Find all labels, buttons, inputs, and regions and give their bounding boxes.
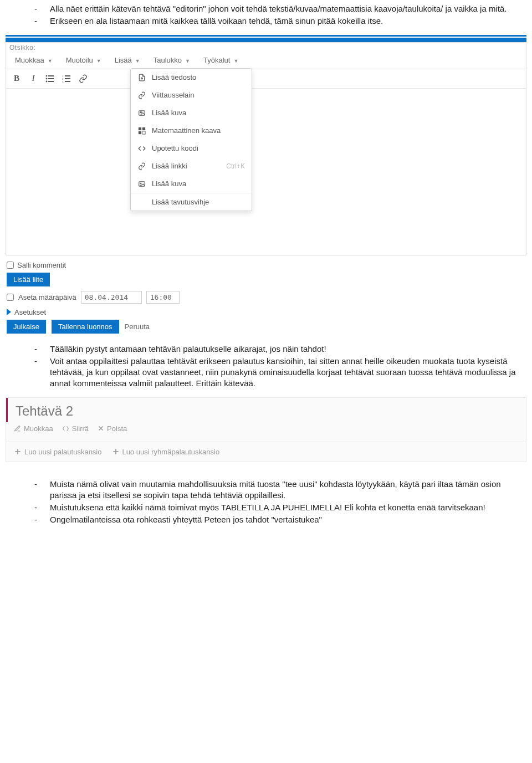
file-upload-icon [137,73,146,82]
chevron-down-icon: ▼ [135,58,140,64]
link-icon [137,162,146,171]
deadline-time-input[interactable] [146,291,180,304]
menu-edit[interactable]: Muokkaa▼ [9,54,60,66]
settings-label: Asetukset [14,308,46,316]
svg-point-0 [46,75,48,76]
link-icon [137,91,146,100]
dd-insert-image[interactable]: Lisää kuva [131,104,252,122]
mid-notes-list: Täälläkin pystyt antamaan tehtävän palau… [6,344,526,390]
menu-tools[interactable]: Työkalut▼ [198,54,246,66]
italic-button[interactable]: I [25,70,42,87]
add-attachment-button[interactable]: Lisää liite [7,273,50,286]
dd-label: Upotettu koodi [152,144,198,152]
svg-rect-3 [48,78,54,79]
editor-toolbar: B I 123 [6,69,526,89]
save-draft-button[interactable]: Tallenna luonnos [52,320,119,334]
code-icon [137,144,146,153]
task-move-button[interactable]: Siirrä [62,424,89,433]
plus-icon [112,448,120,455]
set-deadline-label: Aseta määräpäivä [18,293,76,301]
svg-point-4 [46,80,48,82]
svg-point-19 [140,183,141,184]
intro-item: Alla näet erittäin kätevän tehtävä "edit… [34,3,526,14]
outro-item: Muistutuksena että kaikki nämä toimivat … [34,502,526,513]
menu-table[interactable]: Taulukko▼ [148,54,198,66]
field-label-otsikko: Otsikko: [6,43,526,52]
svg-rect-1 [48,75,54,76]
close-icon [98,425,104,432]
deadline-date-input[interactable] [81,291,142,304]
image-upload-icon [137,109,146,117]
task-delete-button[interactable]: Poista [98,424,127,433]
outro-item: Ongelmatilanteissa ota rohkeasti yhteytt… [34,514,526,525]
svg-rect-17 [142,131,145,134]
mid-note-item: Täälläkin pystyt antamaan tehtävän palau… [34,344,526,355]
new-group-return-folder-button[interactable]: Luo uusi ryhmäpalautuskansio [112,448,220,456]
task-panel-title: Tehtävä 2 [16,403,518,419]
plus-icon [14,448,22,455]
dd-label: Lisää tavutusvihje [152,198,209,206]
dd-hyphenation-hint[interactable]: Lisää tavutusvihje [131,193,252,211]
svg-point-2 [46,78,48,79]
dd-label: Lisää tiedosto [152,73,196,81]
publish-button[interactable]: Julkaise [7,320,46,334]
bullet-list-button[interactable] [42,70,58,87]
math-icon [137,126,146,135]
dd-insert-link[interactable]: Lisää linkki Ctrl+K [131,157,252,175]
chevron-down-icon: ▼ [96,58,101,64]
dd-reference-browser[interactable]: Viittausselain [131,86,252,104]
bold-button[interactable]: B [8,70,25,87]
dd-label: Lisää kuva [152,180,186,188]
chevron-down-icon: ▼ [185,58,190,64]
dd-label: Viittausselain [152,91,194,99]
dd-label: Lisää linkki [152,162,187,170]
allow-comments-label: Salli kommentit [17,261,66,269]
menu-format[interactable]: Muotoilu▼ [60,54,109,66]
new-return-folder-button[interactable]: Luo uusi palautuskansio [14,448,102,456]
set-deadline-checkbox[interactable] [7,294,14,301]
dd-shortcut: Ctrl+K [226,162,245,170]
numbered-list-button[interactable]: 123 [58,70,75,87]
svg-rect-12 [139,110,145,115]
dd-math-formula[interactable]: Matemaattinen kaava [131,122,252,140]
editor-menubar: Muokkaa▼ Muotoilu▼ Lisää▼ Taulukko▼ Työk… [6,52,526,69]
svg-text:3: 3 [62,80,64,83]
intro-list: Alla näet erittäin kätevän tehtävä "edit… [6,3,526,27]
intro-item: Erikseen en ala listaamaan mitä kaikkea … [34,16,526,27]
chevron-down-icon: ▼ [48,58,53,64]
cancel-link[interactable]: Peruuta [125,322,150,331]
dd-insert-image-2[interactable]: Lisää kuva [131,175,252,193]
svg-rect-5 [48,81,54,82]
svg-point-13 [140,111,141,112]
picture-icon [137,180,146,188]
dd-label: Lisää kuva [152,109,186,117]
editor-screenshot: Otsikko: Muokkaa▼ Muotoilu▼ Lisää▼ Taulu… [6,35,526,336]
menu-insert[interactable]: Lisää▼ [109,54,148,66]
svg-rect-9 [65,78,70,79]
task-edit-button[interactable]: Muokkaa [14,424,53,433]
svg-rect-11 [65,81,70,82]
insert-dropdown: Lisää tiedosto Viittausselain Lisää kuva… [130,68,252,211]
dd-embed-code[interactable]: Upotettu koodi [131,140,252,157]
task-panel: Tehtävä 2 Muokkaa Siirrä Poista Luo uusi… [6,397,526,462]
settings-toggle[interactable]: Asetukset [7,308,525,316]
outro-list: Muista nämä olivat vain muutamia mahdoll… [6,479,526,526]
svg-rect-18 [139,181,145,186]
dd-insert-file[interactable]: Lisää tiedosto [131,69,252,86]
svg-rect-16 [139,131,141,134]
svg-rect-14 [139,127,141,130]
svg-rect-7 [65,75,70,76]
svg-rect-15 [142,127,145,130]
outro-item: Muista nämä olivat vain muutamia mahdoll… [34,479,526,501]
mid-note-item: Voit antaa oppilaittesi palauttaa tehtäv… [34,356,526,390]
move-icon [62,425,69,432]
triangle-right-icon [7,309,11,315]
link-icon[interactable] [75,70,91,87]
allow-comments-checkbox[interactable] [7,262,14,269]
chevron-down-icon: ▼ [233,58,238,64]
pencil-icon [14,425,21,432]
dd-label: Matemaattinen kaava [152,126,221,135]
